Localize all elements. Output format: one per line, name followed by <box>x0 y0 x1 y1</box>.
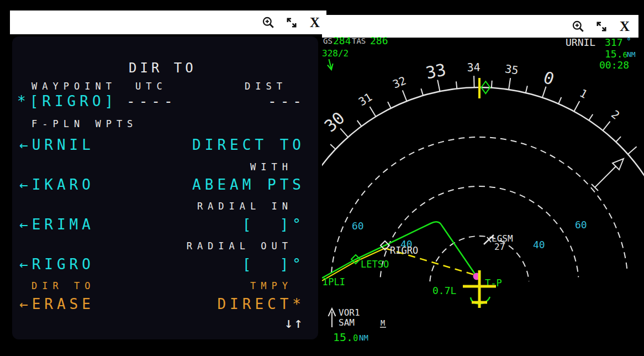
mcdu-radial-in-label: RADIAL IN <box>197 201 293 212</box>
tas-label: TAS <box>352 36 366 45</box>
mcdu-lsk5-rigro[interactable]: ←RIGRO <box>19 256 94 273</box>
mcdu-screen: DIR TO WAYPOINT UTC DIST *[RIGRO] ---- -… <box>12 36 318 339</box>
compass-tick <box>574 101 579 111</box>
compass-tick <box>526 86 527 93</box>
vor1-label: VOR1 <box>339 307 360 318</box>
compass-heading-label: 1 <box>578 86 590 101</box>
compass-tick <box>558 97 561 104</box>
compass-tick <box>628 146 637 154</box>
svg-text:X: X <box>310 15 320 30</box>
expand-icon[interactable] <box>284 15 299 30</box>
gs-label: GS <box>323 36 332 45</box>
compass-tick <box>340 128 348 137</box>
compass-tick <box>421 88 423 95</box>
vor1-pointer-line-icon <box>595 166 616 187</box>
nd-display: 30313233343501260604040RIGROLETSOIPLILGS… <box>322 33 644 356</box>
mcdu-entry-dist: --- <box>268 93 305 110</box>
waypoint-label: RIGRO <box>390 245 418 256</box>
compass-tick <box>330 144 335 149</box>
mcdu-radial-out-field[interactable]: [ ]° <box>242 256 305 273</box>
compass-heading-label: 2 <box>609 107 622 122</box>
mcdu-fpln-wpts-label: F-PLN WPTS <box>31 119 138 130</box>
compass-tick <box>388 102 391 108</box>
compass-heading-label: 33 <box>424 60 447 82</box>
compass-tick <box>403 90 407 101</box>
to-waypoint-eta: 00:28 <box>599 59 629 71</box>
nd-window: X 30313233343501260604040RIGROLETSOIPLIL… <box>322 0 644 356</box>
mcdu-col-utc: UTC <box>135 81 167 92</box>
mcdu-col-dist: DIST <box>245 81 287 92</box>
compass-heading-label: 32 <box>390 74 408 91</box>
cross-track-error: 0.7L <box>432 285 457 296</box>
compass-tick <box>369 107 376 117</box>
magnifier-plus-icon[interactable] <box>261 15 276 30</box>
compass-heading-label: 34 <box>467 60 481 74</box>
compass-tick <box>603 122 610 130</box>
mcdu-rsk3-abeam-pts[interactable]: ABEAM PTS <box>192 177 305 193</box>
to-waypoint-distance-unit: NM <box>627 50 636 59</box>
vor1-ident: SAM <box>339 317 355 328</box>
mcdu-tmpy-label: TMPY <box>250 281 293 292</box>
to-waypoint-distance: 15.6 <box>605 48 627 60</box>
compass-heading-label: 31 <box>356 90 374 108</box>
compass-tick <box>456 81 457 88</box>
mcdu-page-title: DIR TO <box>129 61 197 76</box>
tas-value: 286 <box>370 35 388 46</box>
to-waypoint-bearing: 317 <box>605 36 623 48</box>
waypoint-label: IPLI <box>323 276 345 287</box>
compass-tick <box>357 121 362 126</box>
vor1-tune-mode: M <box>381 318 385 327</box>
vor1-dme-unit: NM <box>359 333 368 342</box>
to-waypoint-degree-sign: ° <box>626 36 631 46</box>
mcdu-rsk2-direct-to[interactable]: DIRECT TO <box>192 137 305 154</box>
compass-heading-label: 30 <box>322 108 349 135</box>
compass-tick <box>474 76 474 87</box>
compass-tick <box>542 87 546 98</box>
mcdu-scroll-arrows[interactable]: ↓↑ <box>284 315 304 332</box>
expand-icon[interactable] <box>594 19 609 34</box>
sim-popout-windows: X DIR TO WAYPOINT UTC DIST *[RIGRO] ----… <box>0 0 644 356</box>
mcdu-lsk6-erase[interactable]: ←ERASE <box>19 296 94 313</box>
airport-runway-label: 27 <box>494 242 505 252</box>
close-icon[interactable]: X <box>617 19 632 34</box>
compass-tick <box>509 78 510 90</box>
waypoint-label: LETSO <box>361 259 389 270</box>
mcdu-entry-utc: ---- <box>126 93 177 110</box>
svg-text:X: X <box>620 19 630 34</box>
range-ring-label: 60 <box>575 219 587 231</box>
compass-tick <box>616 137 621 142</box>
vor1-dme-distance: 15.0 <box>333 331 358 344</box>
mcdu-dir-to-label: DIR TO <box>31 281 95 292</box>
mcdu-lsk3-ikaro[interactable]: ←IKARO <box>19 177 94 193</box>
compass-heading-label: 35 <box>504 62 519 77</box>
mcdu-col-waypoint: WAYPOINT <box>31 81 117 92</box>
mcdu-titlebar[interactable]: X <box>10 11 326 34</box>
mcdu-radial-out-label: RADIAL OUT <box>187 241 293 252</box>
mcdu-radial-in-field[interactable]: [ ]° <box>242 217 305 233</box>
mcdu-rsk6-direct-insert[interactable]: DIRECT* <box>217 296 305 313</box>
wind-value: 328/2 <box>322 48 349 59</box>
mcdu-lsk2-urnil[interactable]: ←URNIL <box>19 137 94 154</box>
compass-heading-label: 0 <box>541 67 557 89</box>
mcdu-entry-waypoint[interactable]: *[RIGRO] <box>17 93 117 110</box>
gs-value: 284 <box>333 35 351 46</box>
to-waypoint-name: URNIL <box>566 36 595 48</box>
range-ring <box>381 186 579 277</box>
range-ring-label: 60 <box>352 220 364 232</box>
mcdu-lsk4-erima[interactable]: ←ERIMA <box>19 217 94 233</box>
range-ring-label: 40 <box>533 239 545 250</box>
mcdu-window: X DIR TO WAYPOINT UTC DIST *[RIGRO] ----… <box>0 0 322 356</box>
close-icon[interactable]: X <box>308 15 322 30</box>
mcdu-with-label: WITH <box>250 162 293 173</box>
compass-tick <box>437 80 440 92</box>
compass-tick <box>589 114 593 121</box>
magnifier-plus-icon[interactable] <box>571 19 585 34</box>
compass-tick <box>492 81 492 88</box>
